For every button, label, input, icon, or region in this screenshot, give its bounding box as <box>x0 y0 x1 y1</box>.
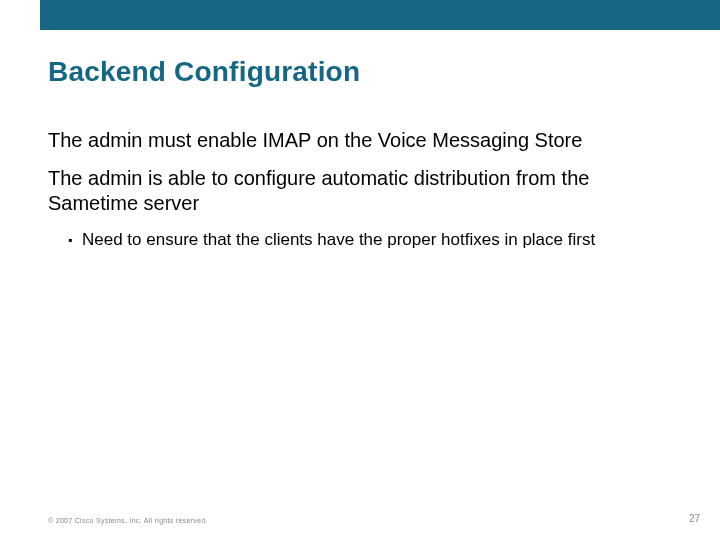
body-paragraph: The admin must enable IMAP on the Voice … <box>48 128 672 152</box>
header-bar <box>40 0 720 30</box>
footer-copyright: © 2007 Cisco Systems, Inc. All rights re… <box>48 517 208 524</box>
footer-page-number: 27 <box>689 513 700 524</box>
slide-body: The admin must enable IMAP on the Voice … <box>48 128 672 259</box>
body-paragraph: The admin is able to configure automatic… <box>48 166 672 215</box>
slide-title: Backend Configuration <box>48 56 680 88</box>
sub-bullet-list: Need to ensure that the clients have the… <box>48 229 672 251</box>
sub-bullet-item: Need to ensure that the clients have the… <box>68 229 672 251</box>
